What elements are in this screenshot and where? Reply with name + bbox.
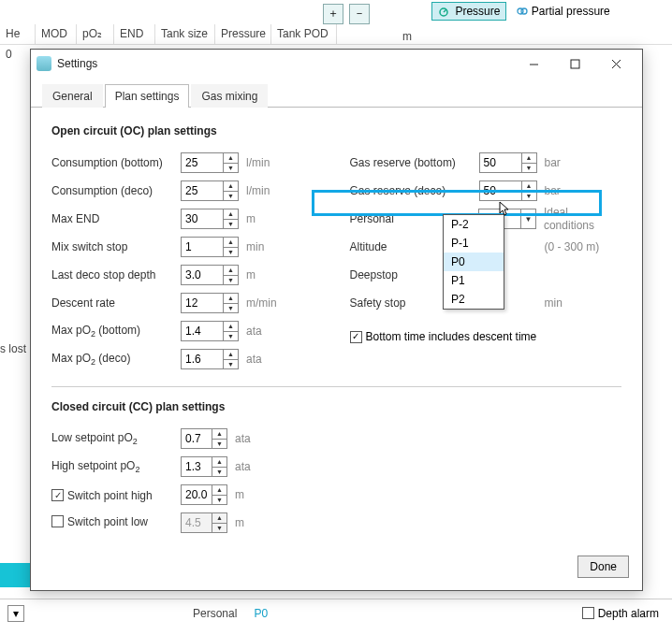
add-button[interactable]: ＋ xyxy=(323,4,343,24)
maxpo2d-label: Max pO2 (deco) xyxy=(51,352,181,367)
option-p-minus-1[interactable]: P-1 xyxy=(444,234,504,253)
max-end-label: Max END xyxy=(51,212,181,225)
s-lost-label: s lost xyxy=(0,342,26,355)
col-pressure: Pressure xyxy=(215,24,271,44)
col-mod: MOD xyxy=(36,24,77,44)
low-sp-input[interactable]: ▲▼ xyxy=(181,428,227,449)
oc-section-title: Open circuit (OC) plan settings xyxy=(51,124,621,137)
maximize-button[interactable] xyxy=(554,51,595,77)
col-po2: pO₂ xyxy=(77,24,114,44)
tab-content: Open circuit (OC) plan settings Consumpt… xyxy=(31,108,642,553)
status-personal-value: P0 xyxy=(254,607,268,620)
option-p0[interactable]: P0 xyxy=(444,253,504,271)
svg-rect-5 xyxy=(571,60,579,68)
background-toolbar: ＋ － Pressure Partial pressure xyxy=(0,0,672,23)
grid-header: He MOD pO₂ END Tank size Pressure Tank P… xyxy=(0,24,672,45)
status-personal-label: Personal xyxy=(193,607,237,620)
tab-strip: General Plan settings Gas mixing xyxy=(31,83,642,108)
bt-includes-checkbox[interactable]: Bottom time includes descent time xyxy=(350,330,537,343)
sp-high-input[interactable]: ▲▼ xyxy=(181,484,227,505)
max-end-input[interactable]: ▲▼ xyxy=(181,209,239,229)
pressure-toggle[interactable]: Pressure xyxy=(431,2,506,21)
last-deco-label: Last deco stop depth xyxy=(51,268,181,281)
cons-deco-label: Consumption (deco) xyxy=(51,184,181,197)
personal-dropdown[interactable]: P-2 P-1 P0 P1 P2 xyxy=(443,214,504,310)
sp-high-label: Switch point high xyxy=(67,489,153,502)
sp-low-checkbox[interactable]: Switch point low xyxy=(51,515,148,528)
cc-section-title: Closed circuit (CC) plan settings xyxy=(51,400,621,413)
svg-point-3 xyxy=(521,8,527,14)
settings-dialog: Settings General Plan settings Gas mixin… xyxy=(30,49,643,591)
low-sp-label: Low setpoint pO2 xyxy=(51,431,181,446)
cons-deco-input[interactable]: ▲▼ xyxy=(181,180,239,201)
option-p1[interactable]: P1 xyxy=(444,271,504,290)
high-sp-label: High setpoint pO2 xyxy=(51,459,181,474)
partial-pressure-label: Partial pressure xyxy=(532,5,610,18)
titlebar: Settings xyxy=(31,50,642,78)
app-icon xyxy=(37,56,51,71)
mix-switch-input[interactable]: ▲▼ xyxy=(181,237,239,257)
option-p-minus-2[interactable]: P-2 xyxy=(444,215,504,234)
chevron-down-icon[interactable]: ▼ xyxy=(520,209,535,228)
high-sp-input[interactable]: ▲▼ xyxy=(181,456,227,477)
status-dropdown[interactable]: ▾ xyxy=(7,605,24,622)
close-button[interactable] xyxy=(595,51,636,77)
minimize-button[interactable] xyxy=(513,51,554,77)
option-p2[interactable]: P2 xyxy=(444,290,504,309)
last-deco-input[interactable]: ▲▼ xyxy=(181,265,239,285)
cc-column: Low setpoint pO2 ▲▼ ata High setpoint pO… xyxy=(51,425,332,537)
depth-alarm-label: Depth alarm xyxy=(598,607,659,620)
descent-label: Descent rate xyxy=(51,296,181,310)
col-he: He xyxy=(0,24,36,44)
personal-hint: Ideal conditions xyxy=(544,206,621,232)
tab-general[interactable]: General xyxy=(42,84,103,108)
done-button[interactable]: Done xyxy=(577,556,629,578)
col-end: END xyxy=(114,24,155,44)
gas-res-d-label: Gas reserve (deco) xyxy=(350,184,479,197)
descent-input[interactable]: ▲▼ xyxy=(181,293,239,313)
col-tank-pod: Tank POD xyxy=(271,24,337,44)
sp-low-input: ▲▼ xyxy=(181,512,227,533)
partial-icon xyxy=(517,6,528,17)
partial-pressure-toggle[interactable]: Partial pressure xyxy=(510,2,617,21)
maxpo2b-label: Max pO2 (bottom) xyxy=(51,324,181,339)
remove-button[interactable]: － xyxy=(349,4,370,24)
col-tank-size: Tank size xyxy=(155,24,215,44)
cons-bottom-label: Consumption (bottom) xyxy=(51,156,181,169)
maxpo2b-input[interactable]: ▲▼ xyxy=(181,321,239,341)
depth-alarm-checkbox[interactable]: Depth alarm xyxy=(582,607,659,620)
cons-bottom-input[interactable]: ▲▼ xyxy=(181,152,239,173)
tab-plan-settings[interactable]: Plan settings xyxy=(105,84,190,108)
altitude-hint: (0 - 300 m) xyxy=(545,240,600,253)
dialog-title: Settings xyxy=(57,57,513,70)
gauge-icon xyxy=(438,6,451,17)
separator xyxy=(51,386,621,387)
maxpo2d-input[interactable]: ▲▼ xyxy=(181,349,239,369)
sp-low-label: Switch point low xyxy=(67,515,148,528)
status-bar: ▾ Personal P0 Depth alarm xyxy=(0,599,672,627)
gas-res-b-input[interactable]: ▲▼ xyxy=(479,152,537,173)
tab-gas-mixing[interactable]: Gas mixing xyxy=(191,84,268,108)
dialog-footer: Done xyxy=(31,553,642,590)
oc-left-column: Consumption (bottom) ▲▼ l/min Consumptio… xyxy=(51,149,324,373)
pressure-label: Pressure xyxy=(455,5,500,18)
bt-includes-label: Bottom time includes descent time xyxy=(366,330,537,343)
mix-switch-label: Mix switch stop xyxy=(51,240,181,253)
gas-res-b-label: Gas reserve (bottom) xyxy=(350,156,479,169)
sp-high-checkbox[interactable]: Switch point high xyxy=(51,489,153,502)
svg-line-1 xyxy=(444,9,446,12)
gas-res-d-input[interactable]: ▲▼ xyxy=(479,180,537,201)
cons-bottom-unit: l/min xyxy=(246,156,291,169)
